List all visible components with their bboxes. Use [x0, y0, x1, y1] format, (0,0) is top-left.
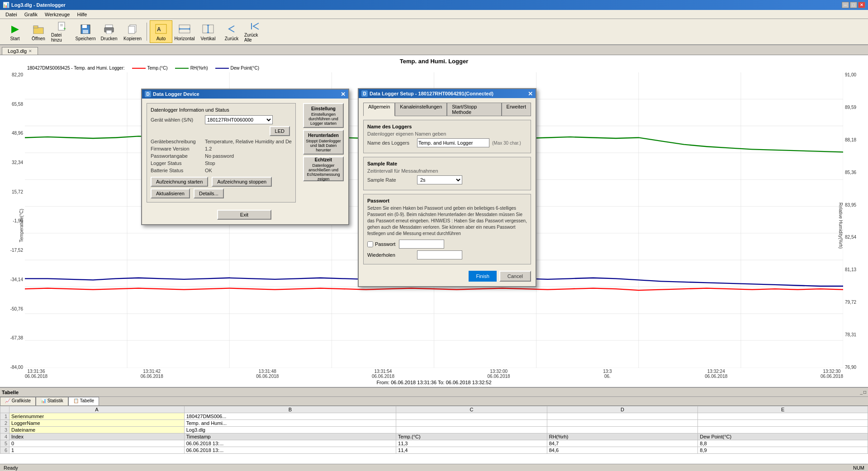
tab-log3[interactable]: Log3.dlg ✕ [2, 47, 38, 55]
legend-device: 180427DMS0069425 - Temp. and Humi. Logge… [27, 66, 125, 71]
tab-bar: Log3.dlg ✕ [0, 45, 868, 55]
toolbar-addfile-label: Datei hinzu [51, 33, 73, 42]
tab-close-icon[interactable]: ✕ [28, 49, 32, 53]
toolbar-save[interactable]: Speichern [74, 20, 97, 43]
table-row: 5 0 06.06.2018 13:... 11,3 84,7 8,8 [0, 440, 868, 447]
copy-icon [126, 23, 139, 35]
cell-2a: LoggerName [9, 420, 185, 427]
legend-temp: Temp.(°C) [132, 66, 168, 71]
toolbar-back[interactable]: Zurück [220, 20, 243, 43]
row-num-3: 3 [0, 427, 9, 433]
toolbar-vertical-label: Vertikal [201, 36, 216, 41]
bottom-panel-maximize[interactable]: □ [863, 390, 866, 395]
table-row: 4 Index Timestamp Temp.(°C) RH(%rh) Dew … [0, 433, 868, 440]
cell-5b: 06.06.2018 13:... [184, 440, 396, 447]
toolbar-auto[interactable]: A Auto [150, 20, 172, 43]
tab-tabelle[interactable]: 📋 Tabelle [68, 397, 99, 405]
minimize-button[interactable]: ─ [842, 2, 849, 8]
cell-1d [547, 413, 698, 420]
svg-rect-13 [128, 26, 135, 33]
cell-3d [547, 427, 698, 433]
bottom-tabs: 📈 Grafikiste 📊 Statistik 📋 Tabelle [0, 397, 868, 406]
cell-4e: Dew Point(°C) [698, 433, 868, 440]
toolbar-horizontal-label: Horizontal [174, 36, 194, 41]
back-all-icon [249, 21, 261, 32]
cell-6c: 11,4 [396, 447, 547, 454]
num-indicator: NUM [853, 465, 864, 471]
toolbar-copy[interactable]: Kopieren [121, 20, 144, 43]
toolbar-print[interactable]: Drucken [98, 20, 120, 43]
chart-title: Temp. and Humi. Logger [0, 55, 868, 66]
tab-grafikiste[interactable]: 📈 Grafikiste [0, 397, 36, 405]
menu-hilfe[interactable]: Hilfe [73, 11, 90, 18]
tab-statistik[interactable]: 📊 Statistik [36, 397, 68, 405]
cell-1a: Seriennummer [9, 413, 185, 420]
col-header-d: D [547, 406, 698, 413]
table-row: 2 LoggerName Temp. and Humi... [0, 420, 868, 427]
chart-svg [25, 72, 843, 368]
title-bar: 📊 Log3.dlg - Datenlogger ─ □ ✕ [0, 0, 868, 10]
toolbar-open[interactable]: Öffnen [27, 20, 50, 43]
cell-1e [698, 413, 868, 420]
x-axis-labels: 13:31:3606.06.2018 13:31:4206.06.2018 13… [25, 369, 843, 379]
open-icon [32, 23, 45, 35]
table-row: 6 1 06.06.2018 13:... 11,4 84,6 8,9 [0, 447, 868, 454]
cell-2c [396, 420, 547, 427]
y-axis-left-title: Temperature(°C) [19, 209, 24, 242]
svg-rect-0 [33, 28, 43, 34]
save-icon [79, 23, 92, 35]
svg-rect-1 [33, 26, 38, 28]
bottom-panel-minimize[interactable]: _ [860, 390, 863, 395]
toolbar-back-all[interactable]: Zurück Alle [244, 20, 266, 43]
svg-rect-7 [82, 25, 87, 28]
table-row: 3 Dateiname Log3.dlg [0, 427, 868, 433]
cell-1b: 180427DMS006... [184, 413, 396, 420]
legend-dew: Dew Point(°C) [215, 66, 259, 71]
chart-svg-container[interactable]: 82,2065,5848,9632,3415,72 -1,90-17,52-34… [0, 72, 868, 379]
table-container: A B C D E 1 Seriennummer 180427DMS006... [0, 406, 868, 464]
start-icon: ▶ [9, 23, 21, 35]
cell-2e [698, 420, 868, 427]
back-icon [225, 23, 238, 35]
row-num-5: 5 [0, 440, 9, 447]
toolbar-vertical[interactable]: Vertikal [197, 20, 219, 43]
cell-3b: Log3.dlg [184, 427, 396, 433]
toolbar-auto-label: Auto [157, 36, 166, 41]
toolbar-open-label: Öffnen [32, 36, 45, 41]
svg-rect-11 [106, 30, 112, 34]
bottom-panel-title: Tabelle [2, 390, 19, 395]
toolbar: ▶ Start Öffnen + Datei hinzu Speichern D… [0, 19, 868, 45]
legend-rh: RH(%rh) [175, 66, 208, 71]
toolbar-backall-label: Zurück Alle [244, 33, 266, 42]
menu-datei[interactable]: Datei [2, 11, 21, 18]
y-axis-right: 91,0089,5988,1885,3683,95 82,5481,1379,7… [843, 72, 868, 370]
window-title: Log3.dlg - Datenlogger [11, 2, 66, 8]
vertical-icon [202, 23, 214, 35]
main-area: Temp. and Humi. Logger 180427DMS0069425 … [0, 55, 868, 464]
cell-4a: Index [9, 433, 185, 440]
toolbar-separator-1 [147, 23, 147, 41]
toolbar-start[interactable]: ▶ Start [4, 20, 26, 43]
toolbar-horizontal[interactable]: Horizontal [173, 20, 196, 43]
cell-6a: 1 [9, 447, 185, 454]
cell-6d: 84,6 [547, 447, 698, 454]
svg-rect-8 [83, 30, 88, 33]
cell-5c: 11,3 [396, 440, 547, 447]
menu-grafik[interactable]: Grafik [21, 11, 41, 18]
data-table: A B C D E 1 Seriennummer 180427DMS006... [0, 406, 868, 454]
toolbar-add-file[interactable]: + Datei hinzu [51, 20, 73, 43]
chart-legend: 180427DMS0069425 - Temp. and Humi. Logge… [0, 66, 868, 72]
menu-werkzeuge[interactable]: Werkzeuge [41, 11, 73, 18]
add-file-icon: + [56, 21, 68, 32]
maximize-button[interactable]: □ [850, 2, 857, 8]
cell-5a: 0 [9, 440, 185, 447]
menu-bar: Datei Grafik Werkzeuge Hilfe [0, 10, 868, 19]
cell-5d: 84,7 [547, 440, 698, 447]
cell-3a: Dateiname [9, 427, 185, 433]
cell-3e [698, 427, 868, 433]
col-header-empty [0, 406, 9, 413]
chart-from-to: From: 06.06.2018 13:31:36 To: 06.06.2018… [0, 379, 868, 386]
app-icon: 📊 [3, 2, 9, 8]
close-button[interactable]: ✕ [858, 2, 865, 8]
cell-4b: Timestamp [184, 433, 396, 440]
